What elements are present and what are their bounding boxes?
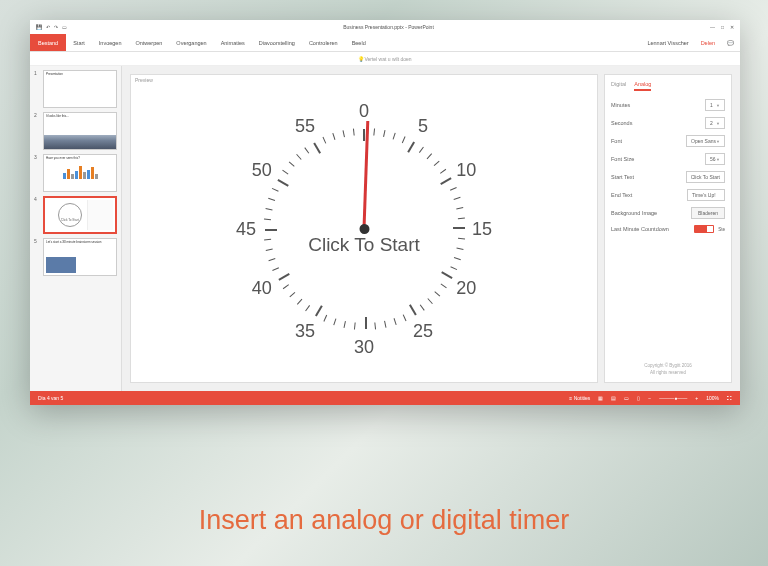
clock-number: 55 [295, 116, 315, 137]
tab-overgangen[interactable]: Overgangen [169, 37, 213, 49]
thumbnail-5[interactable]: 5 Let's start a 30 minute brainstorm ses… [34, 238, 117, 276]
share-button[interactable]: Delen [695, 40, 721, 46]
clock-tick [353, 128, 355, 135]
chevron-down-icon: ▼ [716, 139, 720, 144]
clock-tick [409, 304, 417, 315]
clock-tick [315, 305, 323, 316]
zoom-out-icon[interactable]: − [648, 395, 651, 401]
clock-tick [373, 128, 375, 135]
clock-tick [332, 132, 335, 139]
tab-controleren[interactable]: Controleren [302, 37, 345, 49]
minimize-icon[interactable]: — [710, 24, 715, 30]
save-icon[interactable]: 💾 [36, 24, 42, 30]
status-bar: Dia 4 van 5 ≡ Notities ▦ ▤ ▭ ▯ − ———●—— … [30, 391, 740, 405]
comment-icon[interactable]: 💬 [721, 40, 740, 46]
main-area: Preview 0510152025303540455055 Click To … [122, 66, 740, 391]
clock-tick [268, 258, 275, 261]
clock-tick [450, 266, 457, 270]
undo-icon[interactable]: ↶ [46, 24, 50, 30]
clock-tick [264, 218, 271, 220]
clock-tick [344, 320, 346, 327]
close-icon[interactable]: ✕ [730, 24, 734, 30]
tab-ontwerpen[interactable]: Ontwerpen [128, 37, 169, 49]
slide-counter: Dia 4 van 5 [38, 395, 63, 401]
clock-tick [450, 187, 457, 191]
slideshow-icon[interactable]: ▭ [62, 24, 67, 30]
tell-me-search[interactable]: 💡 Vertel wat u wilt doen [30, 52, 740, 66]
city-image [44, 135, 116, 149]
copyright-text: Copyright © Bygitt 2016 All rights reser… [611, 363, 725, 376]
clock-tick [277, 179, 288, 187]
seconds-select[interactable]: 2▼ [705, 117, 725, 129]
tab-diavoorstelling[interactable]: Diavoorstelling [252, 37, 302, 49]
clock-tick [264, 238, 271, 240]
clock-tick [453, 227, 465, 229]
view-normal-icon[interactable]: ▦ [598, 395, 603, 401]
clock-number: 10 [456, 159, 476, 180]
zoom-slider[interactable]: ———●—— [659, 395, 687, 401]
zoom-level[interactable]: 100% [706, 395, 719, 401]
clock-tick [441, 283, 447, 288]
font-label: Font [611, 138, 682, 144]
thumbnail-3[interactable]: 3 Have you ever seen this? [34, 154, 117, 192]
user-name[interactable]: Lennart Visscher [641, 40, 694, 46]
file-tab[interactable]: Bestand [30, 34, 66, 51]
font-select[interactable]: Open Sans▼ [686, 135, 725, 147]
settings-panel: Digital Analog Minutes1▼ Seconds2▼ FontO… [604, 74, 732, 383]
fontsize-select[interactable]: 56▼ [705, 153, 725, 165]
clock-number: 5 [418, 116, 428, 137]
clock-number: 35 [295, 320, 315, 341]
notes-button[interactable]: ≡ Notities [569, 395, 590, 401]
view-reading-icon[interactable]: ▭ [624, 395, 629, 401]
clock-number: 20 [456, 277, 476, 298]
maximize-icon[interactable]: □ [721, 24, 724, 30]
clock-tick [323, 314, 327, 321]
clock-tick [289, 161, 295, 166]
clock-tick [458, 237, 465, 239]
tab-analog[interactable]: Analog [634, 81, 651, 91]
tab-start[interactable]: Start [66, 37, 92, 49]
starttext-input[interactable]: Click To Start [686, 171, 725, 183]
fit-icon[interactable]: ⛶ [727, 395, 732, 401]
clock-tick [440, 177, 451, 185]
clock-tick [297, 298, 302, 304]
clock-tick [394, 318, 397, 325]
clock-tick [456, 207, 463, 209]
tab-digital[interactable]: Digital [611, 81, 626, 91]
clock-tick [265, 229, 277, 231]
quick-access-toolbar: 💾 ↶ ↷ ▭ Business Presentation.pptx - Pow… [30, 20, 740, 34]
lastminute-toggle[interactable] [694, 225, 714, 233]
redo-icon[interactable]: ↷ [54, 24, 58, 30]
thumbnail-2[interactable]: 2 It looks like this... [34, 112, 117, 150]
bgimage-label: Background Image [611, 210, 687, 216]
thumbnail-4[interactable]: 4 Click To Start [34, 196, 117, 234]
tab-invoegen[interactable]: Invoegen [92, 37, 129, 49]
tab-beeld[interactable]: Beeld [345, 37, 373, 49]
bar-chart-icon [44, 163, 116, 181]
tab-animaties[interactable]: Animaties [214, 37, 252, 49]
clock-number: 0 [359, 100, 369, 121]
mini-panel [87, 200, 113, 230]
clock-tick [304, 147, 309, 153]
view-sorter-icon[interactable]: ▤ [611, 395, 616, 401]
window-title: Business Presentation.pptx - PowerPoint [71, 24, 706, 30]
zoom-in-icon[interactable]: + [695, 395, 698, 401]
clock-number: 15 [472, 218, 492, 239]
view-slideshow-icon[interactable]: ▯ [637, 395, 640, 401]
clock-number: 50 [252, 159, 272, 180]
clock-tick [354, 322, 356, 329]
powerpoint-window: 💾 ↶ ↷ ▭ Business Presentation.pptx - Pow… [30, 20, 740, 405]
chevron-down-icon: ▼ [716, 103, 720, 108]
clock-tick [323, 136, 327, 143]
browse-button[interactable]: Bladeren [691, 207, 725, 219]
clock-tick [454, 196, 461, 199]
slide-preview[interactable]: Preview 0510152025303540455055 Click To … [130, 74, 598, 383]
thumbnail-1[interactable]: 1 Presentation [34, 70, 117, 108]
clock-center-text[interactable]: Click To Start [308, 234, 420, 256]
clock-tick [440, 168, 446, 173]
clock-number: 40 [252, 277, 272, 298]
clock-tick [296, 153, 301, 159]
endtext-input[interactable]: Time's Up! [687, 189, 725, 201]
clock-tick [434, 291, 440, 296]
minutes-select[interactable]: 1▼ [705, 99, 725, 111]
